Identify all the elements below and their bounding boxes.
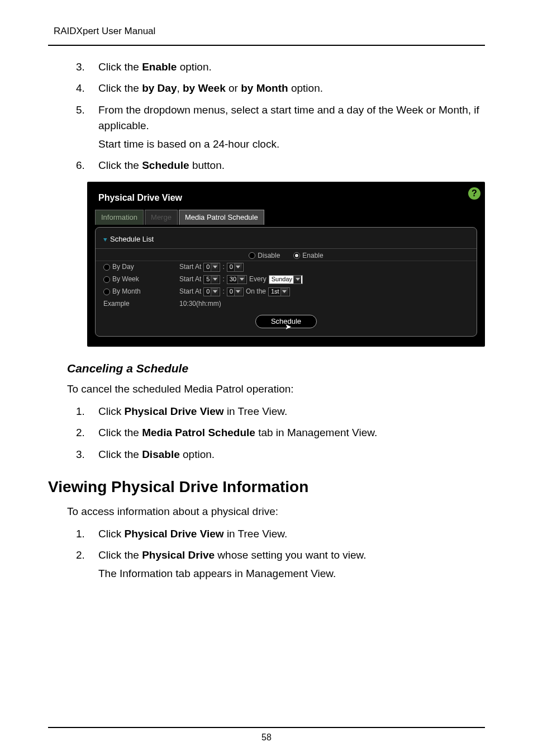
tab-information[interactable]: Information: [95, 210, 144, 225]
minute-select[interactable]: 0: [227, 287, 244, 296]
chevron-down-icon: [237, 276, 245, 284]
step-5: From the dropdown menus, select a start …: [76, 102, 485, 153]
schedule-button[interactable]: Schedule ➤: [255, 315, 317, 328]
minute-select[interactable]: 0: [227, 263, 244, 272]
physical-drive-view-panel: Physical Drive View ? Information Merge …: [87, 182, 485, 347]
tab-merge[interactable]: Merge: [145, 210, 178, 225]
cancel-intro: To cancel the scheduled Media Patrol ope…: [67, 382, 485, 397]
chevron-down-icon: [280, 288, 288, 296]
radio-icon: [249, 252, 255, 259]
chevron-down-icon: [293, 276, 301, 284]
chevron-down-icon: [234, 263, 242, 271]
radio-icon[interactable]: [103, 264, 110, 271]
step-5-sub: Start time is based on a 24-hour clock.: [98, 136, 485, 153]
by-day-row: By Day Start At 0 : 0: [96, 261, 477, 273]
hour-select[interactable]: 5: [203, 275, 220, 284]
view-step-1: Click Physical Drive View in Tree View.: [76, 526, 485, 542]
running-header: RAIDXpert User Manual: [54, 25, 485, 38]
day-of-month-select[interactable]: 1st: [268, 287, 290, 296]
viewing-heading: Viewing Physical Drive Information: [48, 476, 485, 498]
cancel-step-3: Click the Disable option.: [76, 447, 485, 463]
view-step-2: Click the Physical Drive whose setting y…: [76, 547, 485, 582]
weekday-select[interactable]: Sunday: [269, 275, 303, 284]
radio-icon[interactable]: [103, 289, 110, 295]
example-row: Example 10:30(hh:mm): [96, 298, 477, 310]
chevron-down-icon: ▾: [103, 235, 107, 244]
view-step-list: Click Physical Drive View in Tree View. …: [48, 526, 485, 582]
step-6: Click the Schedule button.: [76, 158, 485, 174]
radio-icon[interactable]: [103, 276, 110, 283]
chevron-down-icon: [211, 288, 218, 296]
cursor-icon: ➤: [285, 322, 292, 331]
top-step-list: Click the Enable option. Click the by Da…: [48, 59, 485, 174]
cancel-step-1: Click Physical Drive View in Tree View.: [76, 404, 485, 420]
step-3: Click the Enable option.: [76, 59, 485, 75]
tab-media-patrol-schedule[interactable]: Media Patrol Schedule: [179, 210, 264, 225]
page-number: 58: [48, 727, 485, 744]
radio-icon: [293, 252, 300, 259]
canceling-heading: Canceling a Schedule: [67, 360, 485, 376]
hour-select[interactable]: 0: [203, 263, 220, 272]
chevron-down-icon: [234, 288, 242, 296]
hour-select[interactable]: 0: [203, 287, 220, 296]
tab-bar: Information Merge Media Patrol Schedule: [95, 210, 477, 225]
disable-option[interactable]: Disable: [249, 251, 280, 261]
cancel-step-list: Click Physical Drive View in Tree View. …: [48, 404, 485, 463]
schedule-list-header: ▾ Schedule List: [96, 232, 477, 248]
minute-select[interactable]: 30: [227, 275, 247, 284]
chevron-down-icon: [211, 263, 218, 271]
by-week-row: By Week Start At 5 : 30 Every Sunday: [96, 273, 477, 286]
step-4: Click the by Day, by Week or by Month op…: [76, 81, 485, 97]
enable-disable-row: Disable Enable: [96, 249, 477, 261]
cancel-step-2: Click the Media Patrol Schedule tab in M…: [76, 425, 485, 441]
view-step-2-sub: The Information tab appears in Managemen…: [98, 566, 485, 582]
chevron-down-icon: [211, 276, 218, 284]
schedule-list-box: ▾ Schedule List Disable Enable By Day St…: [95, 227, 477, 336]
help-icon[interactable]: ?: [468, 187, 480, 200]
enable-option[interactable]: Enable: [293, 251, 323, 261]
view-intro: To access information about a physical d…: [67, 504, 485, 519]
by-month-row: By Month Start At 0 : 0 On the 1st: [96, 286, 477, 298]
panel-title: Physical Drive View: [95, 190, 477, 207]
